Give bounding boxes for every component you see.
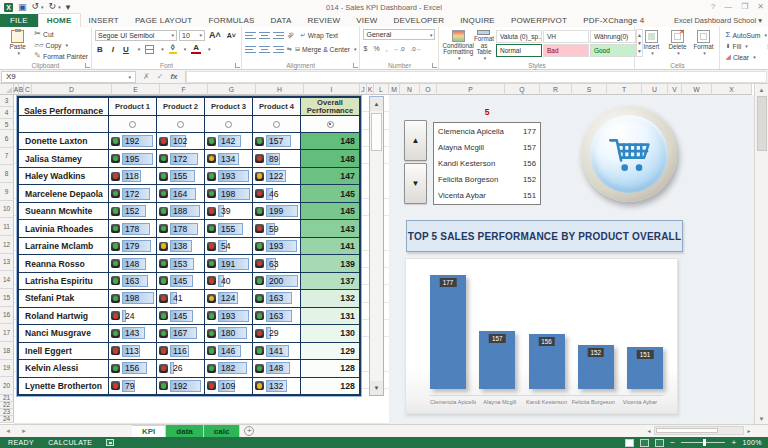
overall-performance-cell[interactable]: 128 bbox=[301, 378, 359, 394]
column-header-q[interactable]: Q bbox=[505, 84, 540, 95]
cell-style-valuta[interactable]: Valuta (0)_sp... bbox=[496, 30, 542, 43]
product-4-cell[interactable]: 141 bbox=[253, 343, 301, 359]
salesperson-name[interactable]: Inell Eggert bbox=[19, 343, 109, 359]
align-middle-icon[interactable] bbox=[259, 31, 270, 40]
font-color-icon[interactable]: A bbox=[191, 44, 201, 54]
chart-bar[interactable]: 156 bbox=[529, 334, 565, 389]
overall-performance-cell[interactable]: 130 bbox=[301, 325, 359, 341]
scroll-left-icon[interactable]: ◂ bbox=[644, 427, 654, 434]
calculate-indicator[interactable]: CALCULATE bbox=[48, 439, 92, 446]
ribbon-tab-view[interactable]: VIEW bbox=[348, 14, 385, 27]
scroll-down-icon[interactable]: ▼ bbox=[759, 413, 765, 424]
align-top-icon[interactable] bbox=[245, 31, 256, 40]
product-3-cell[interactable]: 134 bbox=[205, 150, 253, 166]
product-4-cell[interactable]: 163 bbox=[253, 290, 301, 306]
overall-performance-cell[interactable]: 147 bbox=[301, 168, 359, 184]
overall-performance-cell[interactable]: 129 bbox=[301, 343, 359, 359]
radio-overall[interactable] bbox=[327, 121, 334, 128]
overall-performance-cell[interactable]: 128 bbox=[301, 360, 359, 376]
cell-style-waehrung[interactable]: Währung(0) bbox=[590, 30, 636, 43]
product-4-cell[interactable]: 63 bbox=[253, 255, 301, 271]
row-header-18[interactable]: 18 bbox=[0, 342, 14, 360]
cart-button[interactable] bbox=[581, 106, 677, 202]
comma-style-icon[interactable]: , bbox=[386, 45, 388, 53]
column-header-v[interactable]: V bbox=[668, 84, 682, 95]
row-header-9[interactable]: 9 bbox=[0, 183, 14, 201]
zoom-slider-thumb[interactable] bbox=[703, 439, 706, 446]
salesperson-name[interactable]: Haley Wadkins bbox=[19, 168, 109, 184]
page-break-view-icon[interactable] bbox=[655, 439, 664, 447]
align-left-icon[interactable] bbox=[245, 45, 256, 54]
column-header-j[interactable]: J bbox=[360, 84, 367, 95]
ribbon-tab-developer[interactable]: DEVELOPER bbox=[385, 14, 452, 27]
salesperson-name[interactable]: Roland Hartwig bbox=[19, 308, 109, 324]
column-header-n[interactable]: N bbox=[400, 84, 420, 95]
align-right-icon[interactable] bbox=[273, 45, 284, 54]
product-1-cell[interactable]: 113 bbox=[109, 343, 157, 359]
conditional-formatting-button[interactable]: Conditional Formatting▾ bbox=[442, 29, 474, 61]
name-box[interactable]: X9▾ bbox=[1, 71, 136, 83]
excel-logo-icon[interactable]: X bbox=[4, 3, 13, 12]
column-header-k[interactable]: K bbox=[367, 84, 374, 95]
salesperson-name[interactable]: Lavinia Rhoades bbox=[19, 220, 109, 236]
font-size-select[interactable]: 10▾ bbox=[179, 30, 205, 41]
column-header-i[interactable]: I bbox=[304, 84, 360, 95]
radio-product3[interactable] bbox=[225, 121, 232, 128]
undo-icon[interactable]: ↺▾ bbox=[32, 2, 44, 12]
product-4-cell[interactable]: 132 bbox=[253, 378, 301, 394]
product-1-cell[interactable]: 198 bbox=[109, 290, 157, 306]
row-header-12[interactable]: 12 bbox=[0, 236, 14, 254]
product-1-cell[interactable]: 163 bbox=[109, 273, 157, 289]
product-3-cell[interactable]: 182 bbox=[205, 360, 253, 376]
column-header-t[interactable]: T bbox=[607, 84, 642, 95]
product-1-cell[interactable]: 179 bbox=[109, 238, 157, 254]
horizontal-scrollbar[interactable]: ◂ ▸ bbox=[644, 425, 754, 436]
product-4-cell[interactable]: 200 bbox=[253, 273, 301, 289]
dialog-launcher-icon[interactable] bbox=[235, 63, 240, 68]
confirm-entry-icon[interactable]: ✓ bbox=[157, 72, 164, 81]
ribbon-tab-inquire[interactable]: INQUIRE bbox=[452, 14, 503, 27]
format-cells-button[interactable]: Format▾ bbox=[690, 29, 716, 61]
row-header-16[interactable]: 16 bbox=[0, 307, 14, 325]
percent-style-icon[interactable]: % bbox=[373, 45, 379, 53]
salesperson-name[interactable]: Donette Laxton bbox=[19, 133, 109, 149]
help-icon[interactable]: ? bbox=[711, 2, 715, 11]
redo-icon[interactable]: ↻▾ bbox=[49, 2, 61, 12]
salesperson-name[interactable]: Larraine Mclamb bbox=[19, 238, 109, 254]
overall-performance-cell[interactable]: 137 bbox=[301, 273, 359, 289]
chart-bar[interactable]: 152 bbox=[578, 345, 614, 389]
top5-count[interactable]: 5 bbox=[433, 107, 541, 117]
column-header-product3[interactable]: Product 3 bbox=[205, 98, 253, 115]
row-header-5[interactable]: 5 bbox=[0, 119, 14, 130]
ribbon-tab-pdf-xchange-4[interactable]: PDF-XChange 4 bbox=[575, 14, 652, 27]
product-4-cell[interactable]: 29 bbox=[253, 325, 301, 341]
italic-button[interactable]: I bbox=[110, 45, 116, 54]
row-header-17[interactable]: 17 bbox=[0, 324, 14, 342]
product-4-cell[interactable]: 199 bbox=[253, 203, 301, 219]
column-header-f[interactable]: F bbox=[160, 84, 208, 95]
fill-button[interactable]: ⬇Fill▾ bbox=[725, 41, 766, 51]
product-3-cell[interactable]: 146 bbox=[205, 343, 253, 359]
product-2-cell[interactable]: 102 bbox=[157, 133, 205, 149]
increase-decimal-icon[interactable]: ←.0 bbox=[394, 45, 405, 53]
bold-button[interactable]: B bbox=[95, 45, 105, 54]
orientation-icon[interactable]: ab bbox=[285, 30, 295, 40]
row-header-4[interactable]: 4 bbox=[0, 107, 14, 119]
product-3-cell[interactable]: 193 bbox=[205, 168, 253, 184]
column-header-r[interactable]: R bbox=[540, 84, 572, 95]
zoom-out-icon[interactable]: − bbox=[670, 439, 675, 447]
column-header-m[interactable]: M bbox=[389, 84, 400, 95]
row-header-22[interactable]: 22 bbox=[0, 402, 14, 409]
accounting-format-icon[interactable]: $ bbox=[363, 45, 367, 53]
product-1-cell[interactable]: 143 bbox=[109, 325, 157, 341]
page-layout-view-icon[interactable] bbox=[640, 439, 649, 447]
ribbon-tab-home[interactable]: HOME bbox=[38, 13, 81, 27]
product-4-cell[interactable]: 157 bbox=[253, 133, 301, 149]
product-3-cell[interactable]: 198 bbox=[205, 185, 253, 201]
macro-record-icon[interactable] bbox=[106, 439, 114, 446]
overall-performance-cell[interactable]: 143 bbox=[301, 220, 359, 236]
indent-icons[interactable]: ⇆ bbox=[287, 45, 292, 53]
product-4-cell[interactable]: 46 bbox=[253, 185, 301, 201]
product-2-cell[interactable]: 116 bbox=[157, 343, 205, 359]
row-header-8[interactable]: 8 bbox=[0, 165, 14, 183]
